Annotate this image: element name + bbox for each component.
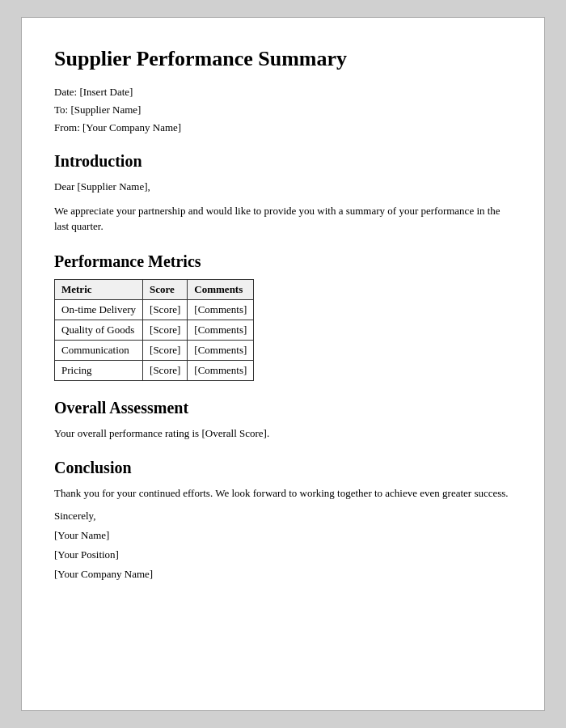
- table-row: Quality of Goods[Score][Comments]: [55, 320, 254, 340]
- meta-from: From: [Your Company Name]: [54, 121, 512, 134]
- col-header-score: Score: [143, 279, 188, 299]
- table-body: On-time Delivery[Score][Comments]Quality…: [55, 299, 254, 380]
- introduction-body: We appreciate your partnership and would…: [54, 203, 512, 235]
- table-cell: [Comments]: [188, 360, 254, 380]
- table-cell: Communication: [55, 340, 143, 360]
- table-cell: [Comments]: [188, 320, 254, 340]
- table-cell: On-time Delivery: [55, 299, 143, 320]
- table-header-row: Metric Score Comments: [55, 279, 254, 299]
- overall-assessment-body: Your overall performance rating is [Over…: [54, 425, 512, 442]
- table-cell: [Score]: [143, 360, 188, 380]
- introduction-greeting: Dear [Supplier Name],: [54, 179, 512, 195]
- closing-name: [Your Name]: [54, 529, 512, 542]
- introduction-heading: Introduction: [54, 152, 512, 171]
- table-cell: [Comments]: [188, 299, 254, 320]
- table-cell: [Score]: [143, 299, 188, 320]
- table-cell: [Comments]: [188, 340, 254, 360]
- overall-assessment-heading: Overall Assessment: [54, 399, 512, 417]
- col-header-comments: Comments: [188, 279, 254, 299]
- col-header-metric: Metric: [55, 279, 143, 299]
- meta-to: To: [Supplier Name]: [54, 104, 512, 116]
- table-row: Communication[Score][Comments]: [55, 340, 254, 360]
- performance-table: Metric Score Comments On-time Delivery[S…: [54, 279, 254, 381]
- performance-metrics-heading: Performance Metrics: [54, 252, 512, 271]
- table-cell: [Score]: [143, 320, 188, 340]
- document-title: Supplier Performance Summary: [54, 47, 512, 71]
- table-row: Pricing[Score][Comments]: [55, 360, 254, 380]
- conclusion-body: Thank you for your continued efforts. We…: [54, 485, 512, 502]
- table-cell: Pricing: [55, 360, 143, 380]
- closing-company: [Your Company Name]: [54, 568, 512, 581]
- table-cell: [Score]: [143, 340, 188, 360]
- conclusion-heading: Conclusion: [54, 459, 512, 477]
- table-cell: Quality of Goods: [55, 320, 143, 340]
- closing-sincerely: Sincerely,: [54, 510, 512, 523]
- document-container: Supplier Performance Summary Date: [Inse…: [21, 17, 545, 711]
- meta-date: Date: [Insert Date]: [54, 86, 512, 99]
- closing-position: [Your Position]: [54, 548, 512, 561]
- table-row: On-time Delivery[Score][Comments]: [55, 299, 254, 320]
